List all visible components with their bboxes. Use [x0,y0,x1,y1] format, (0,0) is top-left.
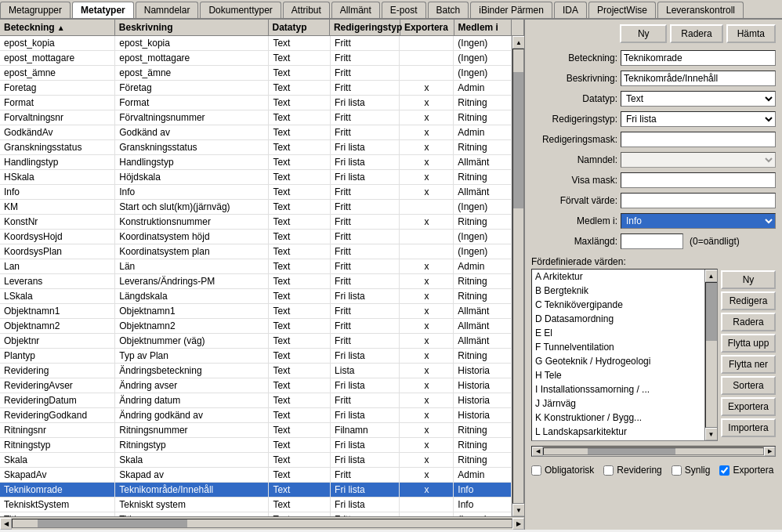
predefined-item[interactable]: E El [532,326,717,340]
obligatorisk-checkbox[interactable] [531,465,541,476]
maxlangd-input[interactable] [621,233,683,249]
table-vscrollbar[interactable]: ▲ ▼ [512,36,524,516]
table-row[interactable]: KMStart och slut(km)(järnväg)TextFritt(I… [0,200,512,215]
beteckning-input[interactable] [621,50,776,66]
synlig-checkbox[interactable] [672,465,682,476]
table-row[interactable]: RitningsnrRitningsnummerTextFilnamnxRitn… [0,423,512,438]
table-row[interactable]: LeveransLeverans/Ändrings-PMTextFrittxRi… [0,274,512,289]
pred-flytta-upp-button[interactable]: Flytta upp [721,334,776,353]
forvalt-varde-input[interactable] [621,193,776,208]
table-row[interactable]: ForetagFöretagTextFrittxAdmin [0,81,512,96]
exportera-checkbox[interactable] [719,465,730,476]
predefined-item[interactable]: D Datasamordning [532,312,717,326]
tab-metagrupper[interactable]: Metagrupper [0,2,71,18]
vscroll-track[interactable] [512,49,524,504]
table-row[interactable]: GranskningsstatusGranskningsstatusTextFr… [0,140,512,155]
predefined-item[interactable]: J Järnväg [532,396,717,411]
table-row[interactable]: RevideringDatumÄndring datumTextFrittxHi… [0,393,512,408]
pred-scroll-down[interactable]: ▼ [705,428,718,440]
tab-batch[interactable]: Batch [428,2,469,18]
pred-hscroll-left[interactable]: ◀ [532,447,543,456]
pred-list-scrollbar[interactable]: ▲ ▼ [704,270,717,440]
predefined-item[interactable]: M Mark / Markförhandling [532,439,717,441]
tab-projectwise[interactable]: ProjectWise [588,2,656,18]
col-header-beteckning[interactable]: Beteckning ▲ [0,20,115,35]
pred-exportera-button[interactable]: Exportera [721,397,776,416]
table-row[interactable]: KonstNrKonstruktionsnummerTextFrittxRitn… [0,215,512,230]
tab-leveranskontroll[interactable]: Leveranskontroll [657,2,744,18]
table-row[interactable]: PlantypTyp av PlanTextFri listaxRitning [0,349,512,364]
tab-attribut[interactable]: Attribut [283,2,330,18]
pred-hscroll-track[interactable] [543,447,764,455]
predefined-item[interactable]: H Tele [532,368,717,382]
hscroll-track[interactable] [12,519,512,528]
tab-namndelar[interactable]: Namndelar [136,2,199,18]
predefined-item[interactable]: K Konstruktioner / Bygg... [532,411,717,425]
beskrivning-input[interactable] [621,71,776,86]
predefined-item[interactable]: I Installationssamorning / ... [532,382,717,396]
table-row[interactable]: RitningstypRitningstypTextFri listaxRitn… [0,438,512,453]
table-row[interactable]: LanLänTextFrittxAdmin [0,259,512,274]
table-row[interactable]: TeknikomradeTeknikområde/InnehållTextFri… [0,483,512,498]
tab-dokumenttyper[interactable]: Dokumenttyper [200,2,281,18]
table-row[interactable]: ObjektnrObjektnummer (väg)TextFrittxAllm… [0,334,512,349]
table-row[interactable]: KoordsysHojdKoordinatsystem höjdTextFrit… [0,230,512,244]
pred-radera-button[interactable]: Radera [721,313,776,331]
table-row[interactable]: RevideringÄndringsbeteckningTextListaxHi… [0,364,512,378]
table-row[interactable]: ForvaltningsnrFörvaltningsnummerTextFrit… [0,110,512,125]
table-row[interactable]: epost_ämneepost_ämneTextFritt(Ingen) [0,66,512,81]
hamta-button[interactable]: Hämta [726,24,776,43]
predefined-item[interactable]: B Bergteknik [532,284,717,298]
table-row[interactable]: Objektnamn1Objektnamn1TextFrittxAllmänt [0,304,512,319]
col-header-datatyp[interactable]: Datatyp [269,20,330,35]
table-row[interactable]: FormatFormatTextFri listaxRitning [0,96,512,110]
pred-hscrollbar[interactable]: ◀ ▶ [531,446,776,457]
table-row[interactable]: LSkalaLängdskalaTextFri listaxRitning [0,289,512,304]
predefined-item[interactable]: F Tunnelventilation [532,340,717,354]
table-row[interactable]: TeknisktSystemTekniskt systemTextFri lis… [0,498,512,512]
tab-metatyper[interactable]: Metatyper [72,2,134,18]
predefined-item[interactable]: A Arkitektur [532,270,717,284]
table-row[interactable]: KoordsysPlanKoordinatsystem planTextFrit… [0,244,512,259]
hscroll-left-btn[interactable]: ◀ [0,518,12,530]
pred-flytta-ner-button[interactable]: Flytta ner [721,355,776,374]
pred-redigera-button[interactable]: Redigera [721,291,776,310]
visa-mask-input[interactable] [621,172,776,188]
predefined-item[interactable]: L Landskapsarkitektur [532,425,717,439]
predefined-item[interactable]: G Geoteknik / Hydrogeologi [532,354,717,368]
col-header-exportera[interactable]: Exportera [400,20,454,35]
redigeringsmask-input[interactable] [621,132,776,147]
pred-importera-button[interactable]: Importera [721,418,776,437]
table-row[interactable]: RevideringGodkandÄndring godkänd avTextF… [0,408,512,423]
col-header-redigering[interactable]: Redigeringstyp [330,20,400,35]
hscroll-right-btn[interactable]: ▶ [512,518,524,530]
vscroll-up-btn[interactable]: ▲ [512,36,524,49]
radera-button[interactable]: Radera [670,24,722,43]
pred-sortera-button[interactable]: Sortera [721,376,776,395]
table-row[interactable]: GodkändAvGodkänd avTextFrittxAdmin [0,125,512,140]
vscroll-down-btn[interactable]: ▼ [512,504,524,516]
pred-scroll-track[interactable] [705,282,718,428]
col-header-beskrivning[interactable]: Beskrivning [115,20,269,35]
table-row[interactable]: HSkalaHöjdskalaTextFri listaxRitning [0,170,512,185]
table-row[interactable]: Objektnamn2Objektnamn2TextFrittxAllmänt [0,319,512,334]
predefined-item[interactable]: C Teknikövergi­pande [532,298,717,312]
medlem-i-select[interactable]: Info Admin Ritning Allmänt Historia (Ing… [621,213,776,229]
col-header-medlem[interactable]: Medlem i [454,20,512,35]
table-row[interactable]: InfoInfoTextFrittxAllmänt [0,185,512,200]
pred-scroll-up[interactable]: ▲ [705,270,718,282]
datatyp-select[interactable]: Text Integer Float Date [621,91,776,107]
table-row[interactable]: SkapadAvSkapad avTextFrittxAdmin [0,468,512,483]
pred-hscroll-right[interactable]: ▶ [764,447,775,456]
table-row[interactable]: epost_mottagareepost_mottagareTextFritt(… [0,51,512,66]
tab-allmant[interactable]: Allmänt [331,2,380,18]
redigeringstyp-select[interactable]: Fri lista Fritt Lista Filnamn [621,111,776,127]
table-row[interactable]: epost_kopiaepost_kopiaTextFritt(Ingen) [0,36,512,51]
pred-ny-button[interactable]: Ny [721,270,776,289]
table-row[interactable]: SkalaSkalaTextFri listaxRitning [0,453,512,468]
ny-button[interactable]: Ny [620,24,667,43]
table-hscrollbar[interactable]: ◀ ▶ [0,516,524,530]
tab-epost[interactable]: E-post [382,2,426,18]
revidering-checkbox[interactable] [603,465,614,476]
table-row[interactable]: HandlingstypHandlingstypTextFri listaxAl… [0,155,512,170]
